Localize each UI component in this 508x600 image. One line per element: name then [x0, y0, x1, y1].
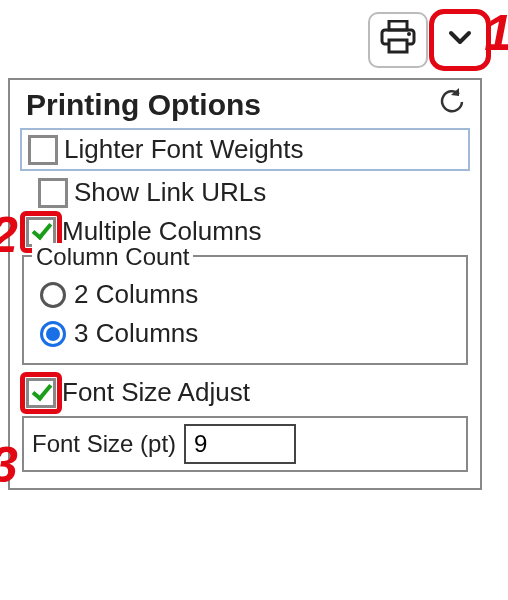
print-button[interactable] — [368, 12, 428, 68]
radio-3-columns[interactable]: 3 Columns — [36, 314, 454, 353]
toolbar-button-group — [368, 12, 488, 68]
fieldset-legend: Column Count — [32, 243, 193, 271]
radio-label: 2 Columns — [74, 279, 198, 310]
reset-icon[interactable] — [438, 88, 466, 122]
checkbox-font-size-adjust[interactable] — [26, 378, 56, 408]
checkbox-multiple-columns[interactable] — [26, 217, 56, 247]
radio-button[interactable] — [40, 321, 66, 347]
font-size-label: Font Size (pt) — [32, 430, 176, 458]
radio-button[interactable] — [40, 282, 66, 308]
radio-label: 3 Columns — [74, 318, 198, 349]
checkbox-show-link-urls[interactable] — [38, 178, 68, 208]
font-size-input[interactable] — [184, 424, 296, 464]
option-label: Lighter Font Weights — [64, 134, 303, 165]
annotation-3: 3 — [0, 440, 18, 490]
panel-header: Printing Options — [20, 86, 470, 128]
printing-options-panel: Printing Options Lighter Font Weights Sh… — [8, 78, 482, 490]
toolbar: 1 — [0, 0, 508, 72]
option-label: Font Size Adjust — [62, 377, 250, 408]
svg-point-3 — [407, 32, 411, 36]
column-count-fieldset: Column Count 2 Columns 3 Columns — [22, 255, 468, 365]
chevron-down-icon — [447, 24, 473, 56]
radio-2-columns[interactable]: 2 Columns — [36, 275, 454, 314]
annotation-2: 2 — [0, 210, 18, 260]
option-lighter-font-weights[interactable]: Lighter Font Weights — [20, 128, 470, 171]
font-size-row: Font Size (pt) — [22, 416, 468, 472]
svg-rect-2 — [389, 40, 407, 52]
option-label: Show Link URLs — [74, 177, 266, 208]
checkbox-lighter-font-weights[interactable] — [28, 135, 58, 165]
printer-icon — [380, 20, 416, 60]
print-options-dropdown-button[interactable] — [432, 12, 488, 68]
option-font-size-adjust[interactable]: Font Size Adjust — [20, 373, 470, 412]
option-show-link-urls[interactable]: Show Link URLs — [20, 173, 470, 212]
panel-title: Printing Options — [26, 88, 261, 122]
